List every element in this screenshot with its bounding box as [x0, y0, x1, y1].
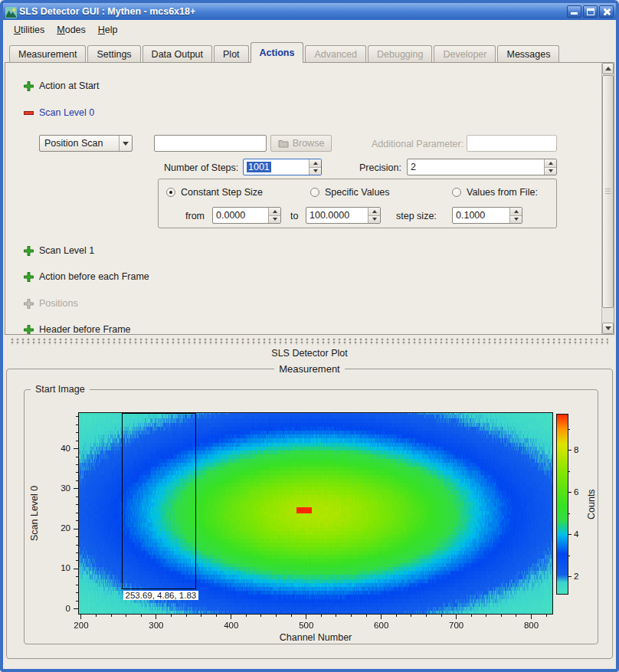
- minimize-icon: [571, 12, 578, 15]
- chevron-down-icon: [123, 142, 129, 146]
- scan-mode-value: Position Scan: [40, 136, 119, 151]
- x-tick-label: 400: [219, 621, 244, 630]
- colorbar-tick-label: 6: [574, 487, 578, 497]
- number-of-steps-spinbox[interactable]: 1001: [243, 159, 322, 175]
- spin-up-button[interactable]: [545, 159, 556, 168]
- tab-data-output[interactable]: Data Output: [142, 45, 212, 62]
- menu-help[interactable]: Help: [92, 21, 124, 38]
- tab-plot[interactable]: Plot: [214, 45, 249, 62]
- scroll-down-button[interactable]: [602, 323, 614, 334]
- x-minor-tick: [336, 615, 336, 617]
- expand-plus-icon[interactable]: [24, 246, 34, 256]
- x-major-tick: [80, 615, 81, 619]
- scan-mode-combobox[interactable]: Position Scan: [39, 135, 133, 152]
- vertical-scrollbar[interactable]: [601, 63, 614, 334]
- y-tick-label: 40: [50, 444, 70, 453]
- tab-developer: Developer: [434, 45, 496, 62]
- scroll-up-button[interactable]: [602, 63, 614, 74]
- scrollbar-thumb[interactable]: [602, 75, 614, 308]
- y-minor-tick: [76, 545, 78, 546]
- x-minor-tick: [546, 615, 547, 617]
- y-minor-tick: [76, 432, 78, 433]
- x-minor-tick: [351, 615, 352, 617]
- from-spinbox[interactable]: 0.0000: [212, 207, 281, 224]
- spin-up-button[interactable]: [510, 208, 522, 216]
- x-axis-title: Channel Number: [79, 632, 552, 643]
- menu-modes[interactable]: Modes: [51, 21, 92, 38]
- expand-plus-icon[interactable]: [24, 272, 34, 282]
- to-value[interactable]: 100.0000: [306, 208, 368, 223]
- additional-parameter-input[interactable]: [467, 135, 557, 152]
- constant-step-size-radio[interactable]: [166, 188, 175, 197]
- spin-up-button[interactable]: [269, 208, 280, 216]
- values-from-file-option[interactable]: Values from File:: [452, 186, 538, 198]
- menu-utilities[interactable]: Utilities: [8, 21, 51, 38]
- measurement-legend: Measurement: [274, 363, 344, 375]
- x-tick-label: 200: [69, 621, 93, 630]
- tab-actions[interactable]: Actions: [251, 42, 304, 63]
- start-image-legend: Start Image: [31, 384, 90, 395]
- specific-values-radio[interactable]: [310, 188, 319, 197]
- x-minor-tick: [471, 615, 472, 617]
- from-value[interactable]: 0.0000: [213, 208, 268, 223]
- spin-buttons: [268, 208, 280, 223]
- scan-script-input[interactable]: [154, 135, 267, 152]
- tab-measurement[interactable]: Measurement: [9, 45, 86, 62]
- values-from-file-radio[interactable]: [452, 188, 461, 197]
- spin-down-button[interactable]: [510, 216, 522, 224]
- collapse-minus-icon[interactable]: [24, 108, 34, 118]
- x-tick-label: 600: [369, 621, 394, 630]
- arrow-up-icon: [273, 210, 277, 213]
- x-minor-tick: [141, 615, 142, 617]
- x-minor-tick: [276, 615, 277, 617]
- colorbar-tick-label: 8: [574, 445, 578, 454]
- x-minor-tick: [111, 615, 112, 617]
- step-size-value[interactable]: 0.1000: [453, 208, 509, 223]
- actions-scrollarea: Action at Start Scan Level 0 Position Sc…: [5, 63, 601, 334]
- constant-step-size-label: Constant Step Size: [181, 187, 263, 198]
- spin-down-button[interactable]: [368, 216, 380, 224]
- spin-down-button[interactable]: [310, 168, 321, 175]
- scan-level-0-label: Scan Level 0: [39, 107, 94, 118]
- x-minor-tick: [321, 615, 322, 617]
- colorbar-minor-tick: [568, 556, 570, 556]
- action-at-start-toggle[interactable]: Action at Start: [24, 80, 100, 92]
- to-spinbox[interactable]: 100.0000: [306, 207, 381, 224]
- x-minor-tick: [96, 615, 97, 617]
- scan-level-1-toggle[interactable]: Scan Level 1: [24, 244, 94, 257]
- arrow-up-icon: [549, 162, 553, 165]
- y-minor-tick: [76, 552, 78, 553]
- tab-settings[interactable]: Settings: [87, 45, 140, 62]
- titlebar[interactable]: SLS Detector GUI : Mythen - mcs6x18+: [3, 3, 616, 20]
- x-tick-label: 300: [144, 621, 169, 630]
- spin-up-button[interactable]: [310, 159, 321, 168]
- tab-messages[interactable]: Messages: [497, 45, 559, 62]
- browse-button: Browse: [270, 135, 332, 152]
- position-tracker: 253.69, 4.86, 1.83: [123, 591, 199, 600]
- x-tick-label: 700: [444, 621, 469, 630]
- combo-dropdown-button[interactable]: [119, 136, 132, 151]
- colorbar-minor-tick: [568, 471, 570, 472]
- minimize-button[interactable]: [567, 5, 581, 18]
- action-before-frame-toggle[interactable]: Action before each Frame: [24, 270, 149, 283]
- precision-spinbox[interactable]: 2: [407, 159, 557, 175]
- step-size-spinbox[interactable]: 0.1000: [452, 207, 522, 224]
- specific-values-option[interactable]: Specific Values: [310, 186, 390, 198]
- maximize-button[interactable]: [583, 5, 598, 18]
- expand-plus-icon[interactable]: [24, 325, 34, 335]
- scan-level-0-toggle[interactable]: Scan Level 0: [24, 107, 94, 119]
- precision-value[interactable]: 2: [408, 159, 544, 175]
- expand-plus-icon[interactable]: [24, 81, 34, 91]
- colorbar-title: Counts: [586, 415, 598, 594]
- spin-down-button[interactable]: [269, 216, 280, 224]
- zoom-selection-rect: [122, 413, 196, 589]
- close-button[interactable]: [599, 5, 614, 18]
- spin-up-button[interactable]: [368, 208, 380, 216]
- header-before-frame-toggle[interactable]: Header before Frame: [24, 323, 131, 334]
- splitter-handle[interactable]: [11, 338, 608, 345]
- constant-step-size-option[interactable]: Constant Step Size: [166, 186, 263, 198]
- y-minor-tick: [76, 480, 78, 481]
- positions-label: Positions: [39, 298, 78, 309]
- spin-down-button[interactable]: [545, 168, 556, 175]
- number-of-steps-value[interactable]: 1001: [247, 162, 271, 172]
